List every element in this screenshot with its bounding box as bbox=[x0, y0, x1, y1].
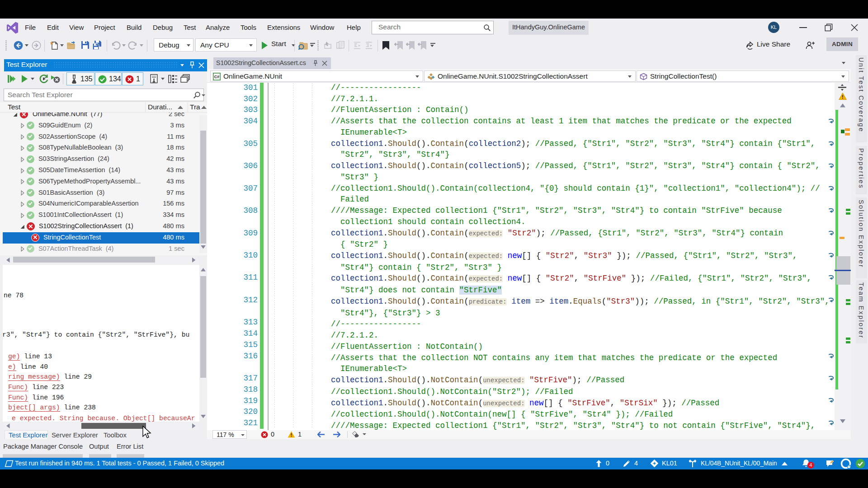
svg-text:C#: C# bbox=[214, 75, 220, 79]
